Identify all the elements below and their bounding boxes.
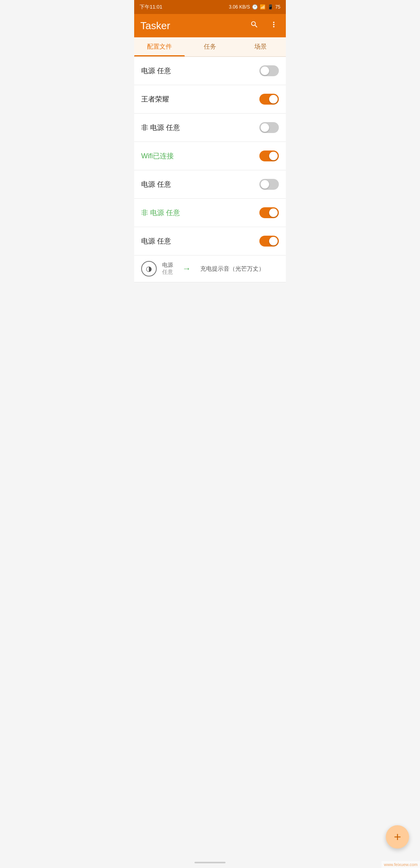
profile-toggle[interactable] [259, 94, 279, 105]
battery-display: 75 [275, 4, 280, 10]
list-item[interactable]: 非 电源 任意 [134, 199, 286, 227]
status-icons: 3.06 KB/S 🕐 📶 📱 75 [229, 4, 280, 10]
profile-name: 王者荣耀 [141, 94, 169, 104]
arrow-icon: → [182, 264, 191, 274]
profile-toggle[interactable] [259, 207, 279, 218]
profile-name: 电源 任意 [141, 236, 171, 246]
wifi-icon: 📶 [260, 4, 266, 10]
profile-name: 非 电源 任意 [141, 123, 180, 132]
profile-detail-row[interactable]: ◑ 电源 任意 → 充电提示音（光芒万丈） [134, 256, 286, 282]
tab-bar: 配置文件 任务 场景 [134, 37, 286, 57]
network-speed: 3.06 KB/S [229, 4, 250, 10]
app-title: Tasker [140, 20, 170, 32]
search-button[interactable] [248, 19, 260, 33]
profile-name: 电源 任意 [141, 66, 171, 75]
list-item[interactable]: Wifi已连接 [134, 142, 286, 170]
list-item[interactable]: 王者荣耀 [134, 85, 286, 114]
detail-action: 充电提示音（光芒万丈） [200, 265, 264, 273]
list-item[interactable]: 电源 任意 [134, 170, 286, 199]
list-item[interactable]: 电源 任意 [134, 57, 286, 85]
tab-profiles[interactable]: 配置文件 [134, 37, 185, 56]
profile-detail-text: 电源 任意 [162, 262, 173, 276]
toggle-slider [259, 94, 279, 105]
profile-name: 非 电源 任意 [141, 208, 180, 217]
time-display: 下午11:01 [140, 4, 163, 10]
profile-name: Wifi已连接 [141, 151, 174, 161]
clock-icon: 🕐 [252, 4, 258, 10]
profile-toggle[interactable] [259, 122, 279, 133]
status-bar: 下午11:01 3.06 KB/S 🕐 📶 📱 75 [134, 0, 286, 14]
toggle-slider [259, 179, 279, 190]
app-bar-actions [248, 19, 280, 33]
signal-icon: 📱 [268, 4, 273, 10]
tab-scenes[interactable]: 场景 [235, 37, 286, 56]
toggle-slider [259, 122, 279, 133]
detail-title: 电源 [162, 262, 173, 269]
toggle-slider [259, 150, 279, 161]
profile-toggle[interactable] [259, 65, 279, 76]
toggle-slider [259, 236, 279, 247]
toggle-slider [259, 207, 279, 218]
toggle-slider [259, 65, 279, 76]
profile-list: 电源 任意 王者荣耀 非 电源 任意 Wifi已连接 电源 任意 [134, 57, 286, 282]
app-bar: Tasker [134, 14, 286, 37]
profile-detail-icon: ◑ [141, 261, 157, 276]
profile-toggle[interactable] [259, 179, 279, 190]
tab-tasks[interactable]: 任务 [185, 37, 235, 56]
profile-toggle[interactable] [259, 150, 279, 161]
detail-subtitle: 任意 [162, 269, 173, 276]
list-item[interactable]: 非 电源 任意 [134, 114, 286, 142]
more-options-button[interactable] [268, 19, 280, 33]
profile-toggle[interactable] [259, 236, 279, 247]
profile-name: 电源 任意 [141, 180, 171, 189]
list-item[interactable]: 电源 任意 [134, 227, 286, 256]
